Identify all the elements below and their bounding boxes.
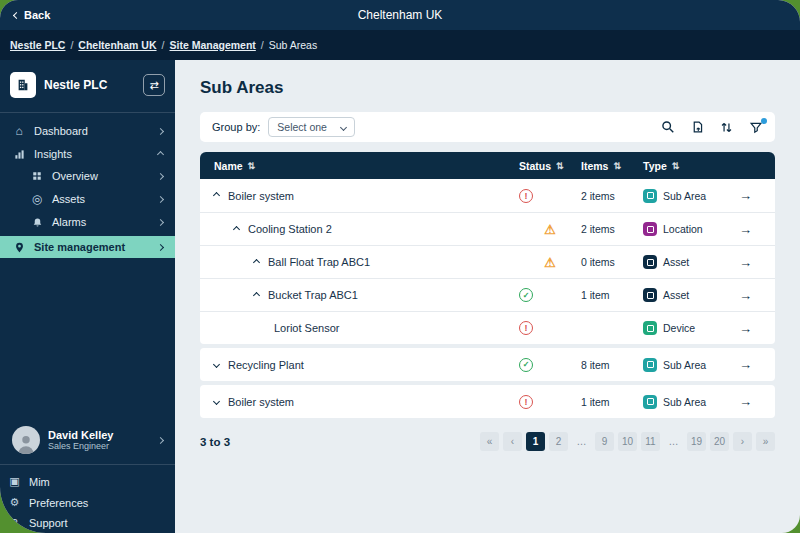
group-by-select[interactable]: Select one: [268, 117, 355, 137]
divider: [0, 112, 175, 113]
table-group: Boiler system ! 1 item Sub Area →: [200, 385, 775, 418]
type-label: Asset: [663, 256, 689, 268]
sidebar-item-insights[interactable]: Insights: [0, 143, 175, 165]
site-title: Cheltenham UK: [0, 8, 800, 22]
sidebar-item-mim[interactable]: ▣ Mim: [0, 471, 175, 492]
page-title: Sub Areas: [200, 78, 775, 98]
sort-icon[interactable]: ⇅: [672, 161, 680, 171]
row-arrow-icon[interactable]: →: [739, 394, 775, 409]
support-icon: ?: [8, 517, 21, 529]
first-page-button[interactable]: «: [480, 432, 499, 451]
filter-icon[interactable]: [749, 121, 763, 134]
collapse-icon[interactable]: [213, 192, 220, 199]
row-arrow-icon[interactable]: →: [739, 321, 775, 336]
type-label: Sub Area: [663, 396, 706, 408]
column-type: Type: [643, 160, 667, 172]
filter-active-dot: [761, 118, 767, 124]
pagination: « ‹ 1 2 … 9 10 11 … 19 20 › »: [480, 432, 775, 451]
pagination-ellipsis: …: [664, 432, 683, 451]
page-button-11[interactable]: 11: [641, 432, 660, 451]
breadcrumb-link-nestle[interactable]: Nestle PLC: [10, 39, 65, 51]
last-page-button[interactable]: »: [756, 432, 775, 451]
type-label: Location: [663, 223, 703, 235]
collapse-icon[interactable]: [253, 258, 260, 265]
row-arrow-icon[interactable]: →: [739, 357, 775, 372]
sidebar-item-overview[interactable]: Overview: [0, 165, 175, 187]
site-pin-icon: [12, 242, 26, 253]
prev-page-button[interactable]: ‹: [503, 432, 522, 451]
sidebar-item-label: Assets: [52, 193, 85, 205]
sidebar-item-support[interactable]: ? Support: [0, 513, 175, 533]
page-button-19[interactable]: 19: [687, 432, 706, 451]
collapse-icon[interactable]: [233, 225, 240, 232]
sidebar-item-assets[interactable]: ◎ Assets: [0, 187, 175, 211]
sidebar-item-preferences[interactable]: ⚙ Preferences: [0, 492, 175, 513]
type-label: Device: [663, 322, 695, 334]
sidebar-collapse-button[interactable]: ⇄: [143, 74, 165, 96]
type-label: Sub Area: [663, 190, 706, 202]
pagination-ellipsis: …: [572, 432, 591, 451]
sidebar-item-dashboard[interactable]: ⌂ Dashboard: [0, 119, 175, 143]
assets-target-icon: ◎: [30, 192, 44, 206]
top-bar: Back Cheltenham UK: [0, 0, 800, 30]
export-icon[interactable]: [691, 120, 704, 134]
table-row[interactable]: Boiler system ! 2 items Sub Area →: [200, 179, 775, 212]
sort-icon[interactable]: ⇅: [248, 161, 256, 171]
asset-type-icon: [643, 288, 657, 302]
table-row[interactable]: Boiler system ! 1 item Sub Area →: [200, 385, 775, 418]
row-items: 0 items: [581, 256, 643, 268]
table-row[interactable]: Recycling Plant ✓ 8 item Sub Area →: [200, 348, 775, 381]
page-button-9[interactable]: 9: [595, 432, 614, 451]
breadcrumb-separator: /: [162, 39, 165, 51]
expand-icon[interactable]: [213, 398, 220, 405]
gear-icon: ⚙: [8, 496, 21, 509]
subarea-type-icon: [643, 395, 657, 409]
sort-icon[interactable]: ⇅: [556, 161, 564, 171]
divider: [0, 464, 175, 465]
building-icon: [10, 72, 36, 98]
table-row[interactable]: Loriot Sensor ! Device →: [200, 311, 775, 344]
breadcrumb-current: Sub Areas: [269, 39, 317, 51]
search-icon[interactable]: [661, 120, 675, 134]
status-warning-icon: ⚠: [519, 255, 581, 270]
row-arrow-icon[interactable]: →: [739, 288, 775, 303]
breadcrumb: Nestle PLC / Cheltenham UK / Site Manage…: [0, 30, 800, 60]
status-warning-icon: ⚠: [519, 222, 581, 237]
page-button-20[interactable]: 20: [710, 432, 729, 451]
page-button-10[interactable]: 10: [618, 432, 637, 451]
row-items: 2 items: [581, 190, 643, 202]
sidebar: Nestle PLC ⇄ ⌂ Dashboard Insights: [0, 60, 175, 533]
toolbar: Group by: Select one: [200, 112, 775, 142]
sidebar-item-alarms[interactable]: Alarms: [0, 211, 175, 233]
row-arrow-icon[interactable]: →: [739, 188, 775, 203]
table-row[interactable]: Bucket Trap ABC1 ✓ 1 item Asset →: [200, 278, 775, 311]
row-name: Ball Float Trap ABC1: [268, 256, 370, 268]
type-label: Sub Area: [663, 359, 706, 371]
location-type-icon: [643, 222, 657, 236]
table-footer: 3 to 3 « ‹ 1 2 … 9 10 11 … 19 20 › »: [200, 432, 775, 451]
table-row[interactable]: Ball Float Trap ABC1 ⚠ 0 items Asset →: [200, 245, 775, 278]
breadcrumb-separator: /: [70, 39, 73, 51]
table-row[interactable]: Cooling Station 2 ⚠ 2 items Location →: [200, 212, 775, 245]
column-items: Items: [581, 160, 608, 172]
user-name: David Kelley: [48, 429, 113, 441]
expand-icon[interactable]: [213, 361, 220, 368]
sidebar-item-site-management[interactable]: Site management: [0, 236, 175, 258]
sort-icon[interactable]: ⇅: [613, 161, 621, 171]
page-button-2[interactable]: 2: [549, 432, 568, 451]
row-arrow-icon[interactable]: →: [739, 255, 775, 270]
mim-icon: ▣: [8, 475, 21, 488]
overview-grid-icon: [30, 171, 44, 181]
collapse-icon[interactable]: [253, 291, 260, 298]
row-name: Boiler system: [228, 396, 294, 408]
row-items: 1 item: [581, 289, 643, 301]
sidebar-item-label: Mim: [29, 476, 50, 488]
row-arrow-icon[interactable]: →: [739, 222, 775, 237]
page-button-1[interactable]: 1: [526, 432, 545, 451]
breadcrumb-link-cheltenham[interactable]: Cheltenham UK: [78, 39, 156, 51]
sort-icon[interactable]: [720, 121, 733, 134]
row-items: 8 item: [581, 359, 643, 371]
next-page-button[interactable]: ›: [733, 432, 752, 451]
breadcrumb-link-site-management[interactable]: Site Management: [169, 39, 255, 51]
user-profile[interactable]: David Kelley Sales Engineer: [0, 418, 175, 462]
